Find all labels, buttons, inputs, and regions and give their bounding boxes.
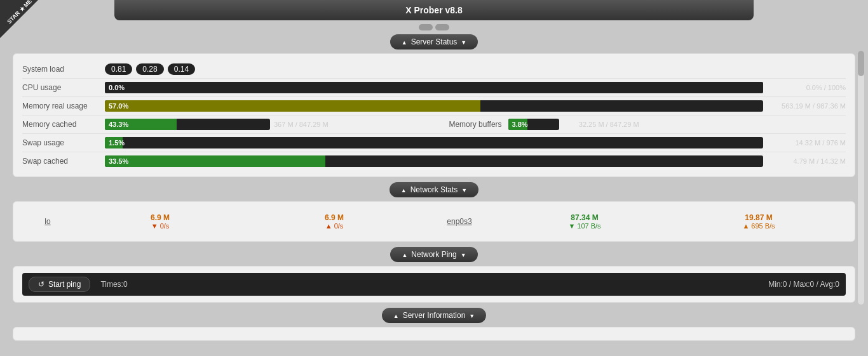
iface-lo: lo	[22, 217, 73, 226]
load-pill-2: 0.28	[136, 63, 163, 75]
network-stats-toggle[interactable]: Network Stats	[390, 182, 479, 197]
scrollbar[interactable]	[858, 51, 864, 305]
iface-enp0s3-link[interactable]: enp0s3	[447, 217, 471, 226]
swap-usage-content: 1.5% 14.32 M / 976 M	[105, 137, 846, 148]
memory-buffers-text: 3.8%	[512, 121, 528, 128]
server-status-arrow-down	[461, 37, 466, 46]
network-ping-toggle-container: Network Ping	[0, 247, 868, 262]
cpu-usage-content: 0.0% 0.0% / 100%	[105, 82, 846, 93]
server-status-panel: System load 0.81 0.28 0.14 CPU usage 0.0…	[13, 53, 855, 177]
cpu-range-label: 0.0% / 100%	[770, 84, 846, 91]
logo-text: STAR ★ ME	[6, 0, 33, 25]
load-pill-1: 0.81	[105, 63, 132, 75]
server-status-arrow-up	[402, 37, 407, 46]
server-info-arrow-down	[469, 311, 475, 320]
server-info-toggle-container: Server Information	[0, 308, 868, 323]
network-ping-panel: ↺ Start ping Times:0 Min:0 / Max:0 / Avg…	[13, 266, 855, 303]
memory-buffers-label: Memory buffers	[449, 120, 501, 129]
memory-cached-fill: 43.3%	[105, 119, 177, 130]
lo-tx-stat: 6.9 M ▲ 0/s	[247, 213, 421, 230]
network-stats-arrow-down	[461, 185, 467, 194]
server-info-panel	[13, 327, 855, 341]
ping-times: Times:0	[90, 280, 768, 289]
memory-real-text: 57.0%	[109, 102, 128, 110]
swap-cached-label: Swap cached	[22, 157, 105, 166]
memory-buffers-bar: 3.8%	[508, 119, 559, 130]
system-load-label: System load	[22, 65, 105, 74]
app-title: X Prober v8.8	[114, 0, 754, 20]
network-stats-toggle-container: Network Stats	[0, 182, 868, 197]
memory-split: 43.3% 367 M / 847.29 M Memory buffers 3.…	[105, 119, 846, 130]
server-status-toggle-container: Server Status	[0, 34, 868, 49]
system-load-row: System load 0.81 0.28 0.14	[22, 60, 846, 79]
memory-real-row: Memory real usage 57.0% 563.19 M / 987.3…	[22, 97, 846, 115]
network-ping-arrow-down	[461, 250, 466, 259]
swap-cached-content: 33.5% 4.79 M / 14.32 M	[105, 155, 846, 167]
swap-usage-bar: 1.5%	[105, 137, 763, 148]
memory-buffers-range: 32.25 M / 847.29 M	[569, 121, 639, 128]
server-info-arrow-up	[393, 311, 399, 320]
swap-usage-row: Swap usage 1.5% 14.32 M / 976 M	[22, 134, 846, 152]
refresh-icon: ↺	[38, 280, 44, 289]
cpu-bar: 0.0%	[105, 82, 763, 93]
enp-tx-stat: 19.87 M ▲ 695 B/s	[672, 213, 846, 230]
memory-buffers-item: 3.8% 32.25 M / 847.29 M	[508, 119, 846, 130]
enp-rx-stat: 87.34 M ▼ 107 B/s	[498, 213, 672, 230]
memory-real-bar: 57.0%	[105, 100, 763, 112]
memory-real-fill: 57.0%	[105, 100, 480, 112]
ping-stats: Min:0 / Max:0 / Avg:0	[768, 280, 839, 289]
enp-rx-rate: ▼ 107 B/s	[498, 222, 672, 230]
memory-cached-bar: 43.3%	[105, 119, 270, 130]
swap-cached-bar: 33.5%	[105, 155, 763, 167]
swap-cached-range: 4.79 M / 14.32 M	[770, 157, 846, 165]
lo-rx-stat: 6.9 M ▼ 0/s	[73, 213, 247, 230]
memory-buffers-fill: 3.8%	[508, 119, 527, 130]
enp-rx-total: 87.34 M	[498, 213, 672, 222]
swap-usage-range: 14.32 M / 976 M	[770, 139, 846, 147]
minimize-btn-1[interactable]	[419, 24, 433, 30]
network-ping-toggle[interactable]: Network Ping	[390, 247, 477, 262]
network-ping-label: Network Ping	[411, 250, 456, 259]
cpu-usage-label: CPU usage	[22, 83, 105, 92]
swap-usage-fill: 1.5%	[105, 137, 123, 148]
enp-tx-rate: ▲ 695 B/s	[672, 222, 846, 230]
network-stats-label: Network Stats	[410, 185, 458, 194]
lo-rx-total: 6.9 M	[73, 213, 247, 222]
memory-real-content: 57.0% 563.19 M / 987.36 M	[105, 100, 846, 112]
memory-cached-mid: 367 M / 847.29 M	[274, 121, 329, 128]
memory-cached-row: Memory cached 43.3% 367 M / 847.29 M Mem…	[22, 115, 846, 134]
cpu-usage-row: CPU usage 0.0% 0.0% / 100%	[22, 79, 846, 97]
server-info-toggle[interactable]: Server Information	[382, 308, 487, 323]
ping-row: ↺ Start ping Times:0 Min:0 / Max:0 / Avg…	[22, 273, 846, 296]
server-status-label: Server Status	[411, 37, 458, 46]
iface-lo-link[interactable]: lo	[44, 217, 50, 226]
swap-cached-text: 33.5%	[109, 157, 128, 165]
lo-tx-rate: ▲ 0/s	[247, 222, 421, 230]
iface-enp0s3: enp0s3	[421, 217, 498, 226]
start-ping-label: Start ping	[48, 280, 81, 289]
cpu-bar-fill: 0.0%	[105, 82, 763, 93]
network-ping-arrow-up	[402, 250, 407, 259]
server-status-toggle[interactable]: Server Status	[390, 34, 478, 49]
cpu-bar-text: 0.0%	[109, 84, 125, 91]
enp-tx-total: 19.87 M	[672, 213, 846, 222]
scrollbar-thumb[interactable]	[858, 51, 864, 76]
memory-cached-label: Memory cached	[22, 120, 105, 129]
minimize-buttons	[0, 24, 868, 30]
memory-cached-text: 43.3%	[109, 121, 128, 128]
corner-logo: STAR ★ ME	[0, 0, 38, 38]
memory-real-label: Memory real usage	[22, 102, 105, 110]
lo-rx-rate: ▼ 0/s	[73, 222, 247, 230]
server-info-label: Server Information	[403, 311, 466, 320]
start-ping-button[interactable]: ↺ Start ping	[29, 277, 90, 292]
memory-cached-content: 43.3% 367 M / 847.29 M Memory buffers 3.…	[105, 119, 846, 130]
network-row-lo: lo 6.9 M ▼ 0/s 6.9 M ▲ 0/s enp0s3 87.34 …	[22, 208, 846, 235]
network-stats-arrow-up	[401, 185, 407, 194]
lo-tx-total: 6.9 M	[247, 213, 421, 222]
memory-cached-item: 43.3% 367 M / 847.29 M	[105, 119, 442, 130]
memory-real-range: 563.19 M / 987.36 M	[770, 102, 846, 110]
swap-cached-row: Swap cached 33.5% 4.79 M / 14.32 M	[22, 152, 846, 170]
system-load-content: 0.81 0.28 0.14	[105, 63, 846, 75]
swap-cached-fill: 33.5%	[105, 155, 325, 167]
minimize-btn-2[interactable]	[435, 24, 449, 30]
